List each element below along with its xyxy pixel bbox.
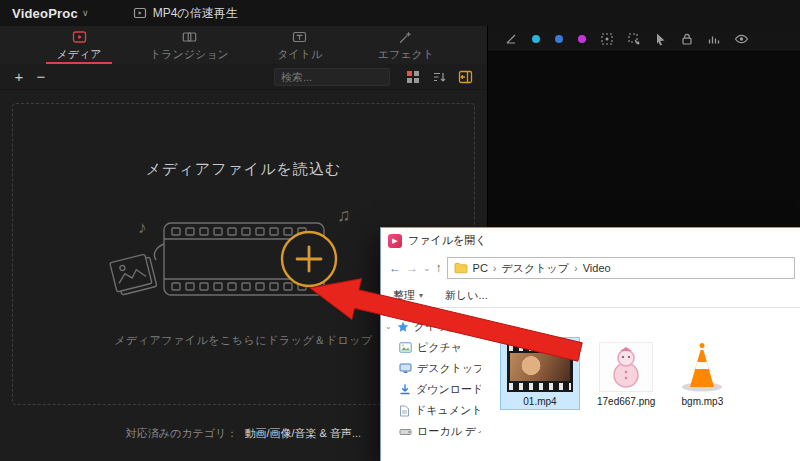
chevron-down-icon: ⌄ <box>385 322 392 331</box>
music-note-icon: ♪ <box>138 218 147 237</box>
thumbnail-view-icon[interactable] <box>406 70 420 84</box>
filmstrip-illustration: ♪ ♫ <box>94 199 394 319</box>
file-item-01-mp4[interactable]: 01.mp4 <box>501 338 579 409</box>
new-folder-label: 新しい... <box>445 288 488 303</box>
file-name: 17ed667.png <box>597 396 655 407</box>
chevron-down-icon: ▾ <box>419 291 423 300</box>
sidebar-item-desktop[interactable]: デスクトップ <box>381 358 481 379</box>
cursor-icon[interactable] <box>654 32 667 46</box>
new-folder-button[interactable]: 新しい... <box>445 288 488 303</box>
tab-media[interactable]: メディア <box>44 26 114 64</box>
file-item-bgm-mp3[interactable]: bgm.mp3 <box>673 338 731 409</box>
dialog-toolbar: 整理 ▾ 新しい... <box>381 283 800 308</box>
sidebar-label: ダウンロード <box>416 382 481 397</box>
blue-marker-icon[interactable] <box>554 34 564 44</box>
collapse-panel-icon[interactable] <box>458 70 473 84</box>
chevron-down-icon: ∨ <box>82 8 89 18</box>
history-dropdown-icon[interactable]: ⌄ <box>423 264 431 273</box>
app-logo-text: VideoProc <box>12 6 78 21</box>
document-icon <box>399 405 410 417</box>
file-name: bgm.mp3 <box>682 396 724 407</box>
up-button[interactable]: ↑ <box>436 262 442 274</box>
media-tab-icon <box>71 29 88 45</box>
videoproc-app-icon: ▶ <box>388 234 402 248</box>
library-tabs: メディア トランジション タイトル <box>0 26 487 64</box>
tab-effects[interactable]: エフェクト <box>371 26 441 64</box>
video-thumbnail <box>507 342 573 392</box>
categories-label: 対応済みのカテゴリ： <box>126 427 238 439</box>
preview-toolbar <box>488 26 800 52</box>
tab-transitions[interactable]: トランジション <box>150 26 229 64</box>
library-view-controls <box>406 70 473 84</box>
active-tab-underline <box>46 62 112 64</box>
sidebar-label: ピクチャ <box>417 340 462 355</box>
remove-media-button[interactable]: − <box>30 66 52 88</box>
magenta-marker-icon[interactable] <box>577 34 587 44</box>
desktop-icon <box>399 363 412 374</box>
sidebar-item-quick-access[interactable]: ⌄ クイック アクセス <box>381 316 481 337</box>
library-toolbar: + − <box>0 64 487 90</box>
top-bar: VideoProc ∨ MP4の倍速再生 <box>0 0 800 26</box>
project-title-group: MP4の倍速再生 <box>133 5 238 22</box>
marquee-move-icon[interactable] <box>627 32 641 46</box>
file-item-17ed667-png[interactable]: 17ed667.png <box>591 338 661 409</box>
folder-icon <box>454 262 468 274</box>
tab-label-effects: エフェクト <box>378 47 434 62</box>
histogram-icon[interactable] <box>707 32 721 46</box>
sidebar-label: ドキュメント <box>415 403 481 418</box>
search-input[interactable] <box>275 71 389 83</box>
dialog-address-bar: ← → ⌄ ↑ PC › デスクトップ › Video <box>381 253 800 283</box>
disk-icon <box>399 427 412 437</box>
sidebar-label: クイック アクセス <box>414 319 481 334</box>
breadcrumb-item-pc[interactable]: PC <box>473 262 488 274</box>
organize-menu[interactable]: 整理 ▾ <box>393 288 423 303</box>
file-list: 01.mp4 17ed667.png <box>481 310 800 461</box>
download-icon <box>399 384 411 396</box>
organize-label: 整理 <box>393 288 415 303</box>
measure-tool-icon[interactable] <box>504 32 518 46</box>
add-media-circle-button <box>282 232 336 286</box>
dialog-title: ファイルを開く <box>408 233 487 248</box>
dropzone-headline: メディアファイルを読込む <box>146 160 342 179</box>
tab-label-titles: タイトル <box>277 47 322 62</box>
filmstrip-perforations <box>509 344 571 351</box>
photo-stack-icon <box>109 253 156 296</box>
sidebar-item-downloads[interactable]: ダウンロード <box>381 379 481 400</box>
tab-titles[interactable]: タイトル <box>265 26 335 64</box>
dropzone-hint: メディアファイルをこちらにドラッグ＆ドロップ <box>114 333 372 348</box>
videoproc-window: VideoProc ∨ MP4の倍速再生 メディア <box>0 0 800 461</box>
lock-icon[interactable] <box>680 32 694 46</box>
back-button[interactable]: ← <box>389 262 401 274</box>
forward-button[interactable]: → <box>406 262 418 274</box>
add-media-button[interactable]: + <box>8 66 30 88</box>
app-logo-menu[interactable]: VideoProc ∨ <box>12 6 89 21</box>
video-frame-image <box>510 353 570 381</box>
tab-label-media: メディア <box>56 47 101 62</box>
effects-tab-icon <box>397 29 414 45</box>
crosshair-select-icon[interactable] <box>600 32 614 46</box>
breadcrumb[interactable]: PC › デスクトップ › Video <box>447 257 795 279</box>
snowman-image <box>604 345 648 389</box>
sidebar-item-local-disk[interactable]: ローカル ディスク... <box>381 421 481 442</box>
music-notes-icon: ♫ <box>337 205 351 225</box>
dialog-title-bar[interactable]: ▶ ファイルを開く <box>381 228 800 253</box>
cyan-marker-icon[interactable] <box>531 34 541 44</box>
breadcrumb-item-desktop[interactable]: デスクトップ <box>502 261 570 276</box>
open-file-dialog: ▶ ファイルを開く ← → ⌄ ↑ PC › デスクトップ › Video 整理… <box>380 227 800 461</box>
titles-tab-icon <box>291 29 308 45</box>
sort-icon[interactable] <box>432 70 446 84</box>
pictures-icon <box>399 342 412 353</box>
filmstrip-perforations <box>509 383 571 390</box>
eye-icon[interactable] <box>734 33 749 45</box>
sidebar-item-pictures[interactable]: ピクチャ <box>381 337 481 358</box>
star-icon <box>397 321 409 333</box>
project-title: MP4の倍速再生 <box>153 5 238 22</box>
dialog-body: ⌄ クイック アクセス ピクチャ <box>381 310 800 461</box>
sidebar-item-documents[interactable]: ドキュメント <box>381 400 481 421</box>
sidebar-label: ローカル ディスク... <box>417 424 481 439</box>
breadcrumb-item-video[interactable]: Video <box>583 262 611 274</box>
project-clip-icon <box>133 6 147 20</box>
search-box <box>274 68 390 86</box>
transitions-tab-icon <box>181 29 198 45</box>
file-name: 01.mp4 <box>523 396 556 407</box>
